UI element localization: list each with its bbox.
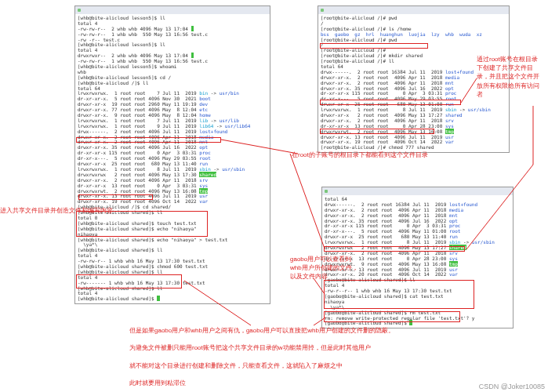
svg-line-4 xyxy=(290,154,325,249)
highlight-box xyxy=(324,246,465,252)
annotation-line: 就不能对这个目录进行创建和删除文件，只能查看文件，这就陷入了麻烦之中 xyxy=(129,361,537,370)
highlight-box xyxy=(76,274,182,289)
highlight-box xyxy=(324,280,474,309)
annotation-bottom: 但是如果gaobo用户和whb用户之间有仇，gaobo用户可以直接把whb用户创… xyxy=(129,326,537,387)
annotation-middle: 在root的子账号的根目录下都能看到这个文件目录 xyxy=(292,151,428,159)
titlebar xyxy=(318,6,509,14)
titlebar-dot xyxy=(78,9,81,12)
highlight-box xyxy=(320,100,461,105)
annotation-line: 但是如果gaobo用户和whb用户之间有仇，gaobo用户可以直接把whb用户创… xyxy=(129,326,537,335)
titlebar-dot xyxy=(325,190,328,193)
highlight-box xyxy=(76,137,221,143)
highlight-box xyxy=(78,194,153,200)
annotation-right-top: 通过root账号在根目录下创建了共享文件目录，并且把这个文件开放所有权限给所有访… xyxy=(477,55,543,99)
highlight-box xyxy=(320,129,434,134)
terminal-content: [whb@bite-alicloud lesson5]$ ll total 4 … xyxy=(75,14,270,303)
titlebar xyxy=(75,6,270,14)
annotation-left: 进入共享文件目录并创造文件和编写内容 xyxy=(0,206,113,215)
titlebar-dot xyxy=(321,9,324,12)
terminal-whb[interactable]: [whb@bite-alicloud lesson5]$ ll total 4 … xyxy=(74,5,270,304)
titlebar xyxy=(322,187,513,195)
annotation-right-mid: gaobo用户可以查看到whb用户所创建的文件，以及文件内容 xyxy=(290,255,361,281)
watermark: CSDN @Joker10085 xyxy=(479,383,545,390)
annotation-line: 此时就要用到粘滞位 xyxy=(129,379,537,387)
annotation-line: 为避免文件被删只能用root账号把这个共享文件目录的w功能禁用掉，但是此时其他用… xyxy=(129,343,537,352)
highlight-box xyxy=(320,43,428,49)
highlight-box xyxy=(324,311,460,322)
